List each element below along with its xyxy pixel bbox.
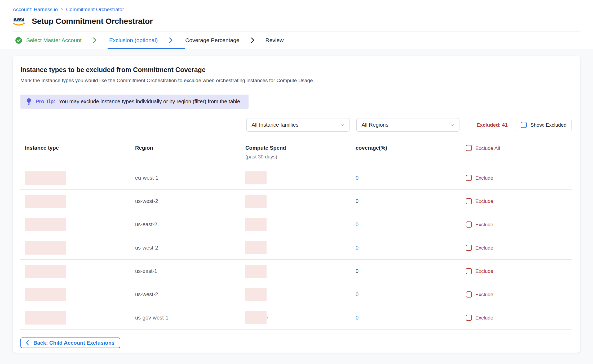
col-header-coverage: coverage(%) xyxy=(351,145,461,160)
step-select-master-account[interactable]: Select Master Account xyxy=(15,37,82,44)
col-header-exclude-all: Exclude All xyxy=(461,145,572,160)
exclude-checkbox[interactable] xyxy=(466,221,472,228)
step-label: Select Master Account xyxy=(26,37,82,43)
table-row: us-west-2 0 Exclude xyxy=(20,283,572,306)
chevron-left-icon xyxy=(25,340,30,346)
col-header-compute-spend: Compute Spend (past 30 days) xyxy=(241,145,351,160)
redacted-compute-spend xyxy=(245,171,267,184)
redacted-compute-spend xyxy=(245,288,267,301)
step-label: Review xyxy=(265,37,284,43)
main-area: Instance types to be excluded from Commi… xyxy=(0,49,593,364)
exclude-checkbox[interactable] xyxy=(466,268,472,274)
step-coverage-percentage[interactable]: Coverage Percentage xyxy=(185,37,239,43)
table-row: us-east-1 0 Exclude xyxy=(20,260,572,283)
table-row: us-east-2 0 Exclude xyxy=(20,213,572,236)
regions-value: All Regions xyxy=(362,122,388,128)
exclude-all-checkbox[interactable] xyxy=(466,145,472,151)
coverage-value: 0 xyxy=(351,175,461,181)
card-subheading: Mark the Instance types you would like t… xyxy=(20,78,572,83)
breadcrumb: Account: Harness.io › Commitment Orchest… xyxy=(13,6,580,13)
redacted-text-remnant xyxy=(267,317,268,318)
exclude-label: Exclude xyxy=(475,198,493,204)
table-row: us-west-2 0 Exclude xyxy=(20,236,572,260)
show-excluded-checkbox[interactable] xyxy=(521,122,527,128)
redacted-instance-type xyxy=(25,171,66,185)
back-button-label: Back: Child Account Exclusions xyxy=(33,340,114,346)
redacted-compute-spend xyxy=(245,265,267,278)
coverage-value: 0 xyxy=(351,221,461,228)
redacted-compute-spend xyxy=(245,241,267,254)
exclude-label: Exclude xyxy=(475,268,493,274)
aws-logo-icon: aws xyxy=(13,16,26,26)
page-title: Setup Commitment Orchestrator xyxy=(32,17,153,26)
regions-select[interactable]: All Regions xyxy=(356,118,459,132)
step-exclusion-optional[interactable]: Exclusion (optional) xyxy=(109,37,158,43)
redacted-instance-type xyxy=(25,195,66,208)
compute-spend-title: Compute Spend xyxy=(245,145,286,151)
col-header-region: Region xyxy=(131,145,241,160)
breadcrumb-separator-icon: › xyxy=(61,6,63,13)
coverage-value: 0 xyxy=(351,245,461,251)
coverage-value: 0 xyxy=(351,268,461,274)
exclude-checkbox[interactable] xyxy=(466,245,472,251)
show-excluded-toggle[interactable]: Show: Excluded xyxy=(516,119,572,131)
region-value: us-west-2 xyxy=(131,245,241,251)
redacted-instance-type xyxy=(25,218,66,231)
exclude-all-label: Exclude All xyxy=(475,145,500,151)
exclude-label: Exclude xyxy=(475,245,493,251)
pro-tip-text: You may exclude instance types individua… xyxy=(59,99,242,105)
back-button[interactable]: Back: Child Account Exclusions xyxy=(20,338,120,348)
step-review[interactable]: Review xyxy=(265,37,284,43)
chevron-right-icon xyxy=(92,37,98,44)
exclude-checkbox[interactable] xyxy=(466,175,472,181)
chevron-down-icon xyxy=(450,122,455,128)
exclude-checkbox[interactable] xyxy=(466,198,472,204)
instance-types-table: Instance type Region Compute Spend (past… xyxy=(20,145,572,330)
exclude-label: Exclude xyxy=(475,175,493,181)
table-row: eu-west-1 0 Exclude xyxy=(20,166,572,190)
card-heading: Instance types to be excluded from Commi… xyxy=(20,66,572,74)
redacted-compute-spend xyxy=(245,218,267,231)
instance-families-value: All Instance families xyxy=(252,122,299,128)
table-header-row: Instance type Region Compute Spend (past… xyxy=(20,145,572,166)
exclude-label: Exclude xyxy=(475,292,493,298)
coverage-value: 0 xyxy=(351,315,461,321)
pro-tip-label: Pro Tip: xyxy=(36,99,55,105)
chevron-right-icon xyxy=(250,37,255,44)
redacted-instance-type xyxy=(25,288,66,301)
show-excluded-label: Show: Excluded xyxy=(530,122,567,128)
exclude-checkbox[interactable] xyxy=(466,315,472,321)
region-value: eu-west-1 xyxy=(131,175,241,181)
exclude-label: Exclude xyxy=(475,222,493,228)
region-value: us-east-1 xyxy=(131,268,241,274)
coverage-value: 0 xyxy=(351,291,461,298)
redacted-compute-spend xyxy=(245,195,267,208)
chevron-right-icon xyxy=(168,37,174,44)
svg-text:aws: aws xyxy=(14,16,24,22)
exclude-label: Exclude xyxy=(475,315,493,321)
redacted-instance-type xyxy=(25,241,66,255)
filter-row: All Instance families All Regions Exclud… xyxy=(20,118,572,132)
region-value: us-west-2 xyxy=(131,198,241,204)
pro-tip-banner: Pro Tip: You may exclude instance types … xyxy=(20,95,249,109)
exclude-checkbox[interactable] xyxy=(466,291,472,298)
active-step-wrap: Exclusion (optional) xyxy=(108,32,185,49)
col-header-instance-type: Instance type xyxy=(20,145,131,160)
redacted-instance-type xyxy=(25,311,66,325)
coverage-value: 0 xyxy=(351,198,461,204)
table-row: us-gov-west-1 0 Exclude xyxy=(20,306,572,330)
instance-families-select[interactable]: All Instance families xyxy=(246,118,349,132)
exclusion-card: Instance types to be excluded from Commi… xyxy=(13,56,580,353)
breadcrumb-page-link[interactable]: Commitment Orchestrator xyxy=(66,7,124,12)
region-value: us-gov-west-1 xyxy=(131,315,241,321)
excluded-count: Excluded: 41 xyxy=(477,122,508,128)
breadcrumb-account-link[interactable]: Account: Harness.io xyxy=(13,7,58,12)
compute-spend-subtitle: (past 30 days) xyxy=(245,154,351,160)
redacted-instance-type xyxy=(25,265,66,278)
region-value: us-west-2 xyxy=(131,291,241,298)
table-row: us-west-2 0 Exclude xyxy=(20,190,572,213)
redacted-compute-spend xyxy=(245,311,267,324)
step-label: Coverage Percentage xyxy=(185,37,239,43)
check-circle-icon xyxy=(15,37,22,44)
step-label: Exclusion (optional) xyxy=(109,37,158,43)
